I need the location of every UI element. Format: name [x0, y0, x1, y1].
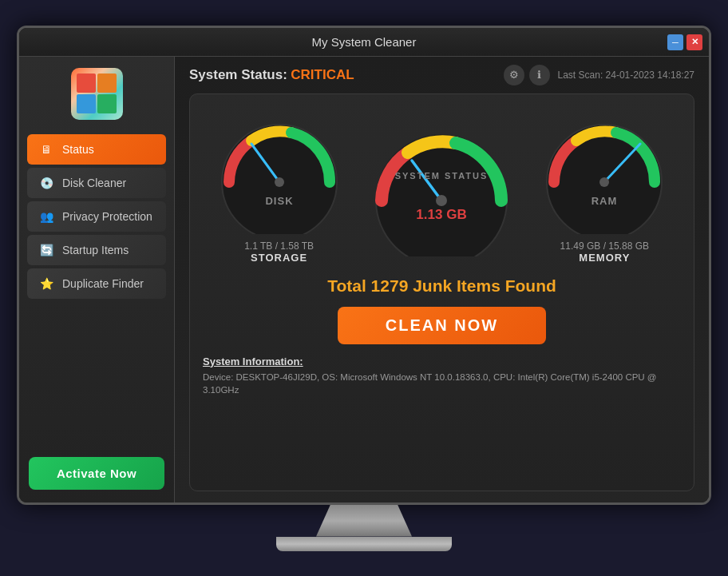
svg-text:SYSTEM STATUS: SYSTEM STATUS [395, 171, 489, 181]
disk-gauge-info: 1.1 TB / 1.58 TB STORAGE [244, 240, 314, 264]
sidebar-item-duplicate-finder[interactable]: ⭐ Duplicate Finder [27, 268, 166, 299]
sidebar-logo [19, 57, 174, 129]
svg-text:DISK: DISK [265, 195, 293, 207]
top-bar-right: ⚙ ℹ Last Scan: 24-01-2023 14:18:27 [504, 65, 694, 85]
clean-now-button[interactable]: CLEAN NOW [338, 307, 546, 344]
storage-value: 1.1 TB / 1.58 TB [244, 240, 314, 252]
storage-label: STORAGE [244, 252, 314, 264]
monitor-stand [316, 505, 412, 537]
svg-point-11 [599, 177, 609, 187]
settings-icon[interactable]: ⚙ [504, 65, 524, 85]
app-body: 🖥 Status 💿 Disk Cleaner 👥 Privacy Protec… [19, 57, 709, 503]
top-icons: ⚙ ℹ [504, 65, 550, 85]
system-status-header: System Status: CRITICAL [189, 67, 354, 83]
system-status-label: System Status: [189, 67, 287, 82]
system-info: System Information: Device: DESKTOP-46JI… [203, 356, 681, 396]
status-icon: 🖥 [38, 141, 54, 157]
privacy-icon: 👥 [38, 209, 54, 224]
memory-label: MEMORY [560, 252, 649, 264]
svg-point-2 [275, 177, 284, 187]
sidebar-item-status[interactable]: 🖥 Status [27, 134, 166, 165]
system-info-title: System Information: [203, 356, 681, 367]
sidebar-item-startup-items[interactable]: 🔄 Startup Items [27, 235, 166, 265]
disk-gauge: DISK [212, 110, 347, 234]
startup-icon: 🔄 [38, 242, 54, 258]
close-button[interactable]: ✕ [686, 34, 702, 50]
duplicate-icon: ⭐ [38, 276, 54, 292]
sidebar-item-label-duplicate: Duplicate Finder [62, 277, 144, 290]
disk-gauge-container: DISK 1.1 TB / 1.58 TB STORAGE [212, 110, 347, 264]
sidebar-item-label-startup: Startup Items [62, 244, 129, 256]
ram-gauge: RAM [536, 110, 672, 234]
sidebar-item-disk-cleaner[interactable]: 💿 Disk Cleaner [27, 168, 166, 198]
top-bar: System Status: CRITICAL ⚙ ℹ Last Scan: 2… [189, 65, 694, 85]
app-logo [71, 68, 123, 120]
sidebar-item-label-status: Status [62, 143, 94, 156]
monitor-screen: My System Cleaner ─ ✕ [17, 26, 711, 505]
sidebar: 🖥 Status 💿 Disk Cleaner 👥 Privacy Protec… [19, 57, 175, 503]
monitor-base [276, 537, 452, 551]
ram-gauge-info: 11.49 GB / 15.88 GB MEMORY [560, 240, 649, 264]
monitor-wrapper: My System Cleaner ─ ✕ [17, 26, 711, 551]
system-info-text: Device: DESKTOP-46JI29D, OS: Microsoft W… [203, 371, 681, 396]
memory-value: 11.49 GB / 15.88 GB [560, 240, 649, 252]
title-bar: My System Cleaner ─ ✕ [19, 28, 709, 57]
main-content: System Status: CRITICAL ⚙ ℹ Last Scan: 2… [175, 57, 709, 503]
window-controls: ─ ✕ [667, 34, 702, 50]
info-icon[interactable]: ℹ [529, 65, 550, 85]
gauges-row: DISK 1.1 TB / 1.58 TB STORAGE [203, 110, 681, 264]
last-scan: Last Scan: 24-01-2023 14:18:27 [558, 70, 694, 81]
last-scan-value: 24-01-2023 14:18:27 [606, 70, 694, 81]
sidebar-item-label-disk: Disk Cleaner [62, 177, 126, 189]
sidebar-nav: 🖥 Status 💿 Disk Cleaner 👥 Privacy Protec… [19, 129, 174, 449]
system-status-gauge-container: SYSTEM STATUS 1.13 GB [364, 117, 520, 256]
window-title: My System Cleaner [312, 35, 417, 49]
svg-text:1.13 GB: 1.13 GB [416, 207, 466, 222]
svg-point-6 [436, 195, 447, 206]
activate-now-button[interactable]: Activate Now [29, 457, 164, 490]
ram-gauge-container: RAM 11.49 GB / 15.88 GB MEMORY [536, 110, 672, 264]
sidebar-item-label-privacy: Privacy Protection [62, 210, 152, 223]
disk-cleaner-icon: 💿 [38, 175, 54, 191]
system-status-value: CRITICAL [291, 67, 354, 82]
svg-text:RAM: RAM [592, 195, 618, 207]
last-scan-label: Last Scan: [558, 70, 603, 81]
dashboard-panel: DISK 1.1 TB / 1.58 TB STORAGE [189, 93, 694, 491]
minimize-button[interactable]: ─ [667, 34, 683, 50]
system-status-gauge: SYSTEM STATUS 1.13 GB [364, 117, 520, 256]
sidebar-item-privacy-protection[interactable]: 👥 Privacy Protection [27, 201, 166, 232]
junk-found-text: Total 1279 Junk Items Found [327, 276, 556, 296]
